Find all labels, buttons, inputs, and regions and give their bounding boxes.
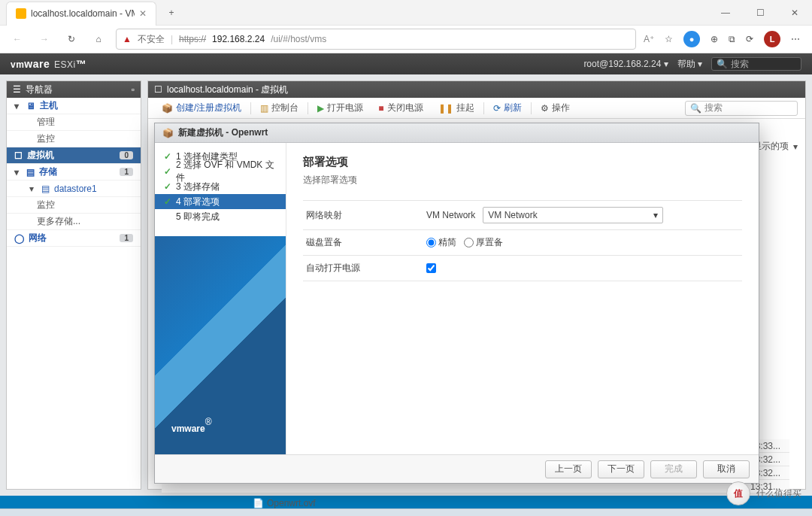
suspend-button[interactable]: ❚❚挂起 xyxy=(432,100,480,117)
row-auto-poweron: 自动打开电源 xyxy=(303,255,742,281)
url-input[interactable]: ▲ 不安全 | https://192.168.2.24/ui/#/host/v… xyxy=(116,29,636,50)
nav-storage[interactable]: ▾▤存储1 xyxy=(7,164,141,181)
wizard-footer: 上一页 下一页 完成 取消 xyxy=(155,454,759,483)
storage-count-badge: 1 xyxy=(120,168,133,176)
file-icon: 📄 xyxy=(253,498,264,508)
chevron-down-icon: ▾ xyxy=(653,210,658,220)
thin-radio-input[interactable] xyxy=(426,238,436,247)
separator: | xyxy=(171,34,173,44)
auto-power-checkbox[interactable] xyxy=(426,263,436,273)
esxi-header-right: root@192.168.2.24 ▾ 帮助 ▾ 🔍 搜索 xyxy=(583,57,801,71)
row-network-mapping: 网络映射 VM Network VM Network ▾ xyxy=(303,200,742,229)
close-icon[interactable]: ✕ xyxy=(139,8,147,19)
nav-host-manage[interactable]: 管理 xyxy=(7,114,141,131)
navigator-panel: ☰ 导航器 ▫ ▾🖥主机 管理 监控 ☐虚拟机0 ▾▤存储1 ▾▤datasto… xyxy=(6,80,141,490)
disk-label: 磁盘置备 xyxy=(306,236,426,249)
separator xyxy=(531,102,532,114)
content-title: ☐ localhost.localdomain - 虚拟机 xyxy=(148,81,805,98)
network-name: VM Network xyxy=(426,210,475,220)
step-heading: 部署选项 xyxy=(303,155,742,169)
separator xyxy=(250,102,251,114)
nav-icon: ☰ xyxy=(13,84,21,95)
thick-radio-input[interactable] xyxy=(464,238,474,247)
nav-datastore1[interactable]: ▾▤datastore1 xyxy=(7,181,141,197)
actions-button[interactable]: ⚙操作 xyxy=(535,100,576,117)
radio-thick[interactable]: 厚置备 xyxy=(464,236,503,249)
star-icon[interactable]: ☆ xyxy=(665,34,673,44)
smzdm-watermark: 值 什么值得买 xyxy=(726,481,801,505)
navigator-title: ☰ 导航器 ▫ xyxy=(7,81,141,98)
vm-icon: ☐ xyxy=(14,150,23,161)
cancel-button[interactable]: 取消 xyxy=(703,460,750,478)
finish-button[interactable]: 完成 xyxy=(650,460,697,478)
wizard-body: ✓1 选择创建类型 ✓2 选择 OVF 和 VMDK 文件 ✓3 选择存储 ✓4… xyxy=(155,143,759,454)
wizard-step-2[interactable]: ✓2 选择 OVF 和 VMDK 文件 xyxy=(155,164,286,179)
row-disk-provision: 磁盘置备 精简 厚置备 xyxy=(303,229,742,255)
nav-more-storage[interactable]: 更多存储... xyxy=(7,214,141,230)
gear-icon: ⚙ xyxy=(541,103,549,114)
vmware-favicon xyxy=(16,8,26,19)
search-icon: 🔍 xyxy=(690,103,701,114)
maximize-button[interactable]: ☐ xyxy=(743,0,777,26)
wizard-icon: 📦 xyxy=(162,128,174,138)
nav-host[interactable]: ▾🖥主机 xyxy=(7,98,141,114)
collapse-icon[interactable]: ▫ xyxy=(132,84,135,95)
console-button[interactable]: ▥控制台 xyxy=(254,100,304,117)
separator xyxy=(483,102,484,114)
user-menu[interactable]: root@192.168.2.24 ▾ xyxy=(583,59,668,69)
collections-icon[interactable]: ⧉ xyxy=(729,34,735,44)
window-controls: — ☐ ✕ xyxy=(708,0,812,26)
esxi-header: vmware ESXi™ root@192.168.2.24 ▾ 帮助 ▾ 🔍 … xyxy=(0,53,812,74)
refresh-icon: ⟳ xyxy=(493,103,501,114)
create-vm-button[interactable]: 📦创建/注册虚拟机 xyxy=(156,100,247,117)
reader-icon[interactable]: A⁺ xyxy=(644,34,654,44)
new-vm-wizard-dialog: 📦 新建虚拟机 - Openwrt ✓1 选择创建类型 ✓2 选择 OVF 和 … xyxy=(154,123,759,484)
browser-chrome: localhost.localdomain - VMware ✕ + — ☐ ✕… xyxy=(0,0,812,53)
close-window-button[interactable]: ✕ xyxy=(777,0,812,26)
url-protocol: https:// xyxy=(179,34,206,44)
new-tab-button[interactable]: + xyxy=(161,2,182,23)
next-button[interactable]: 下一页 xyxy=(598,460,644,478)
prev-button[interactable]: 上一页 xyxy=(545,460,592,478)
help-menu[interactable]: 帮助 ▾ xyxy=(677,58,702,71)
url-host: 192.168.2.24 xyxy=(212,34,265,44)
power-label: 自动打开电源 xyxy=(306,262,426,275)
os-taskbar xyxy=(0,508,812,516)
extension-blue-icon[interactable]: ● xyxy=(683,31,700,47)
chevron-down-icon[interactable]: ▾ xyxy=(793,141,798,152)
nav-network[interactable]: ◯网络1 xyxy=(7,230,141,247)
back-button[interactable]: ← xyxy=(8,34,27,44)
forward-button[interactable]: → xyxy=(35,34,54,44)
wizard-steps: ✓1 选择创建类型 ✓2 选择 OVF 和 VMDK 文件 ✓3 选择存储 ✓4… xyxy=(155,143,286,454)
poweron-button[interactable]: ▶打开电源 xyxy=(311,100,369,117)
play-icon: ▶ xyxy=(317,103,324,114)
create-icon: 📦 xyxy=(162,103,173,114)
storage-icon: ▤ xyxy=(26,167,35,178)
extension-add-icon[interactable]: ⊕ xyxy=(710,34,718,44)
stop-icon: ■ xyxy=(378,103,383,114)
step-subheading: 选择部署选项 xyxy=(303,174,742,187)
wizard-titlebar: 📦 新建虚拟机 - Openwrt xyxy=(155,123,759,143)
refresh-button[interactable]: ⟳刷新 xyxy=(487,100,528,117)
global-search-input[interactable]: 🔍 搜索 xyxy=(711,57,801,71)
wizard-step-4[interactable]: ✓4 部署选项 xyxy=(155,194,286,209)
poweroff-button[interactable]: ■关闭电源 xyxy=(372,100,429,117)
nav-host-monitor[interactable]: 监控 xyxy=(7,131,141,147)
browser-tab[interactable]: localhost.localdomain - VMware ✕ xyxy=(6,2,156,26)
nav-vms[interactable]: ☐虚拟机0 xyxy=(7,147,141,164)
network-select[interactable]: VM Network ▾ xyxy=(483,207,663,223)
taskbar-download[interactable]: 📄Openwrt.ovf xyxy=(253,498,316,508)
refresh-button[interactable]: ↻ xyxy=(62,34,81,44)
profile-avatar[interactable]: L xyxy=(764,31,780,47)
wizard-step-5[interactable]: ✓5 即将完成 xyxy=(155,209,286,224)
tab-bar: localhost.localdomain - VMware ✕ + — ☐ ✕ xyxy=(0,0,812,26)
vm-search-input[interactable]: 🔍搜索 xyxy=(685,101,798,116)
radio-thin[interactable]: 精简 xyxy=(426,236,456,249)
home-button[interactable]: ⌂ xyxy=(89,34,108,44)
sync-icon[interactable]: ⟳ xyxy=(746,34,753,44)
toolbar-right: A⁺ ☆ ● ⊕ ⧉ ⟳ L ⋯ xyxy=(644,31,804,47)
more-icon[interactable]: ⋯ xyxy=(791,34,800,44)
minimize-button[interactable]: — xyxy=(708,0,743,26)
nav-ds-monitor[interactable]: 监控 xyxy=(7,197,141,214)
wizard-content: 部署选项 选择部署选项 网络映射 VM Network VM Network ▾… xyxy=(286,143,759,454)
